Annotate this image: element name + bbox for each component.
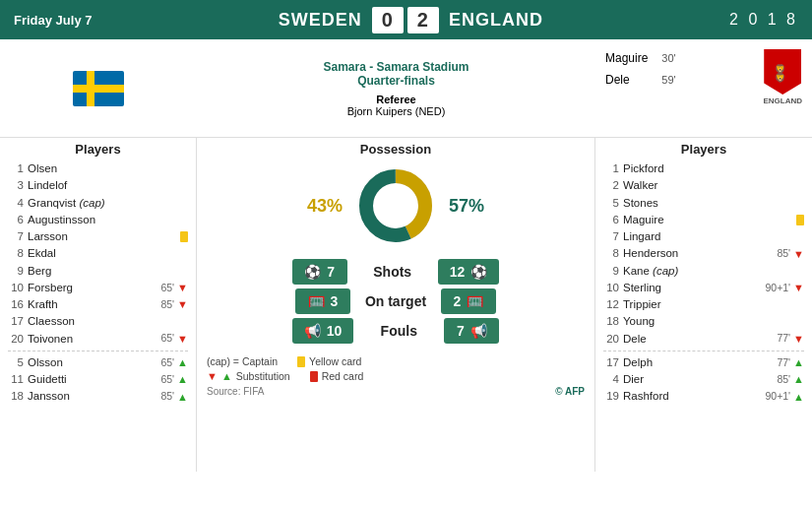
svg-text:🦁: 🦁 — [775, 72, 786, 84]
sub-down-legend-icon: ▼ — [207, 370, 218, 382]
ontarget-label: On target — [356, 293, 435, 309]
shots-away-val: 12 — [450, 264, 466, 280]
venue: Samara - Samara Stadium — [323, 60, 468, 74]
fouls-away-box: 7 📢 — [444, 318, 499, 344]
ontarget-home-box: 🥅 3 — [295, 288, 350, 314]
list-item: 8Henderson 85'▼ — [603, 245, 804, 262]
list-item: 8Ekdal — [8, 245, 188, 262]
match-year: 2 0 1 8 — [729, 11, 798, 29]
list-item: 4Granqvist (cap) — [8, 195, 188, 212]
list-item: 9Berg — [8, 263, 188, 280]
list-item: 4Dier 85'▲ — [603, 371, 804, 388]
list-item: 16Krafth 85'▼ — [8, 296, 188, 313]
list-item: 2Walker — [603, 177, 804, 194]
sub-out-icon: ▼ — [177, 331, 188, 348]
shots-home-box: ⚽ 7 — [292, 259, 347, 285]
sub-out-icon: ▼ — [177, 280, 188, 296]
cap-legend: (cap) = Captain — [207, 355, 278, 367]
ball-icon: ⚽ — [304, 264, 321, 280]
fouls-home-box: 📢 10 — [292, 318, 354, 344]
sub-in-icon: ▲ — [793, 371, 804, 388]
goals-area: Maguire 30' Dele 59' 🦁 🦁 — [595, 39, 812, 137]
goal-2-player: Dele — [605, 73, 630, 87]
shots-away-box: 12 ⚽ — [438, 259, 500, 285]
fouls-label: Fouls — [359, 323, 438, 339]
sub-legend-text: Substitution — [236, 370, 290, 382]
goal-row-1: Maguire 30' — [605, 51, 676, 65]
sweden-subs: 5Olsson 65'▲ 11Guidetti 65'▲ 18Jansson 8… — [8, 354, 188, 406]
shots-row: ⚽ 7 Shots 12 ⚽ — [207, 259, 585, 285]
stats-container: ⚽ 7 Shots 12 ⚽ 🥅 3 On target — [207, 255, 585, 348]
ontarget-away-box: 2 🥅 — [441, 288, 496, 314]
list-item: 11Guidetti 65'▲ — [8, 371, 188, 388]
goal-1-time: 30' — [661, 52, 675, 64]
team-away: ENGLAND — [449, 10, 543, 31]
sub-out-icon: ▼ — [177, 296, 188, 313]
fouls-away-val: 7 — [457, 323, 465, 339]
team-home: SWEDEN — [279, 10, 362, 31]
away-possession: 57% — [449, 196, 484, 217]
on-target-row: 🥅 3 On target 2 🥅 — [207, 288, 585, 314]
sub-out-icon: ▼ — [793, 280, 804, 296]
match-info-row: Samara - Samara Stadium Quarter-finals R… — [0, 39, 812, 138]
ontarget-home-val: 3 — [331, 293, 339, 309]
sweden-logo-area — [0, 39, 197, 137]
england-players-panel: Players 1Pickford 2Walker 5Stones 6Magui… — [595, 138, 812, 472]
sweden-players-panel: Players 1Olsen 3Lindelof 4Granqvist (cap… — [0, 138, 197, 472]
score-home: 0 — [372, 7, 404, 33]
score-box: 0 2 — [372, 7, 439, 33]
list-item: 20Dele 77'▼ — [603, 331, 804, 348]
sub-up-legend-icon: ▲ — [221, 370, 232, 382]
home-possession: 43% — [307, 196, 343, 217]
england-starters: 1Pickford 2Walker 5Stones 6Maguire 7Ling… — [603, 160, 804, 348]
list-item: 18Young — [603, 313, 804, 330]
whistle-icon: 📢 — [304, 323, 321, 339]
match-title: SWEDEN 0 2 ENGLAND — [279, 7, 543, 33]
cap-legend-text: (cap) = Captain — [207, 355, 278, 367]
center-info: Samara - Samara Stadium Quarter-finals R… — [197, 39, 595, 137]
red-card-legend-text: Red card — [322, 370, 364, 382]
yellow-card-icon — [796, 215, 804, 225]
england-shield: 🦁 🦁 — [764, 49, 801, 95]
legend-row-2: ▼ ▲ Substitution Red card — [207, 370, 585, 382]
ontarget-away-val: 2 — [454, 293, 462, 309]
england-players-title: Players — [603, 142, 804, 157]
goals-list: Maguire 30' Dele 59' — [605, 49, 676, 89]
stage: Quarter-finals — [357, 74, 435, 88]
sweden-players-title: Players — [8, 142, 188, 157]
goal-2-time: 59' — [661, 74, 675, 86]
yellow-card-legend: Yellow card — [297, 355, 361, 367]
sub-in-icon: ▲ — [793, 389, 804, 406]
footer: Source: FIFA © AFP — [207, 386, 585, 397]
possession-title: Possession — [360, 142, 431, 157]
list-item: 6Augustinsson — [8, 212, 188, 228]
whistle-icon-2: 📢 — [470, 323, 487, 339]
red-card-legend-icon — [310, 371, 318, 382]
donut-chart — [356, 166, 435, 245]
source-text: Source: FIFA — [207, 386, 264, 397]
possession-area: 43% 57% — [207, 166, 585, 245]
legend-area: (cap) = Captain Yellow card ▼ ▲ Substitu… — [207, 355, 585, 382]
england-label: ENGLAND — [763, 96, 802, 105]
list-item: 7Lingard — [603, 228, 804, 245]
list-item: 6Maguire — [603, 212, 804, 228]
referee-label: Referee — [376, 94, 415, 105]
match-header: Friday July 7 SWEDEN 0 2 ENGLAND 2 0 1 8 — [0, 0, 812, 39]
sub-in-icon: ▲ — [177, 354, 188, 371]
sub-in-icon: ▲ — [793, 354, 804, 371]
score-away: 2 — [407, 7, 439, 33]
sweden-flag — [73, 71, 124, 106]
sweden-starters: 1Olsen 3Lindelof 4Granqvist (cap) 6Augus… — [8, 160, 188, 348]
goal-row-2: Dele 59' — [605, 73, 676, 87]
shots-home-val: 7 — [327, 264, 335, 280]
goal-1-player: Maguire — [605, 51, 648, 65]
ball-icon-2: ⚽ — [470, 264, 487, 280]
legend-row-1: (cap) = Captain Yellow card — [207, 355, 585, 367]
yellow-card-legend-text: Yellow card — [309, 355, 361, 367]
shots-label: Shots — [353, 264, 432, 280]
match-date: Friday July 7 — [14, 13, 92, 28]
sub-out-icon: ▼ — [793, 246, 804, 263]
goal-icon: 🥅 — [308, 293, 325, 309]
sub-legend: ▼ ▲ Substitution — [207, 370, 290, 382]
list-item: 18Jansson 85'▲ — [8, 388, 188, 405]
